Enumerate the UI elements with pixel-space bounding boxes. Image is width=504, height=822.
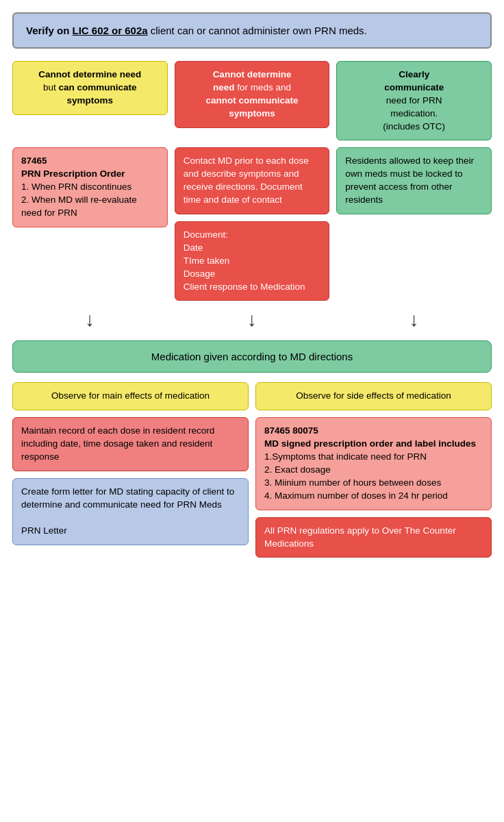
otc-box: All PRN regulations apply to Over The Co…	[255, 517, 492, 558]
flow-container: Verify on LIC 602 or 602a client can or …	[7, 7, 497, 563]
arrow-col1: ↓	[12, 308, 168, 332]
observe-main-box: Observe for main effects of medication	[12, 382, 249, 410]
observe-side-text: Observe for side effects of medication	[296, 390, 451, 401]
body-row: 87465PRN Prescription Order1. When PRN d…	[12, 147, 492, 301]
otc-text: All PRN regulations apply to Over The Co…	[264, 525, 456, 549]
arrow-down-1: ↓	[85, 310, 94, 329]
observe-side-box: Observe for side effects of medication	[255, 382, 492, 410]
arrow-col3: ↓	[336, 308, 492, 332]
bottom-right-col: Observe for side effects of medication 8…	[255, 382, 492, 558]
col2-body2: Document:DateTIme takenDosageClient resp…	[175, 221, 330, 301]
top-box: Verify on LIC 602 or 602a client can or …	[12, 12, 492, 49]
arrow-down-3: ↓	[410, 310, 419, 329]
col2-body1: Contact MD prior to each dose and descri…	[175, 147, 330, 214]
col3-body: Residents allowed to keep their own meds…	[336, 147, 492, 214]
create-form-text: Create form letter for MD stating capaci…	[21, 486, 234, 536]
col1-body: 87465PRN Prescription Order1. When PRN d…	[12, 147, 168, 227]
med-given-text: Medication given according to MD directi…	[151, 351, 353, 362]
col2-header: Cannot determineneed for meds andcannot …	[175, 61, 330, 128]
maintain-text: Maintain record of each dose in resident…	[21, 425, 214, 462]
arrow-col2: ↓	[175, 308, 330, 332]
col1-header: Cannot determine needbut can communicate…	[12, 61, 168, 115]
col3-header: Clearlycommunicateneed for PRNmedication…	[336, 61, 492, 140]
arrows-row: ↓ ↓ ↓	[12, 308, 492, 332]
med-given-box: Medication given according to MD directi…	[12, 340, 492, 373]
bottom-section: Observe for main effects of medication M…	[12, 382, 492, 558]
header-row: Cannot determine needbut can communicate…	[12, 61, 492, 140]
create-form-box: Create form letter for MD stating capaci…	[12, 478, 249, 545]
prescription-box: 87465 80075MD signed prescription order …	[255, 417, 492, 510]
arrow-down-2: ↓	[247, 310, 257, 329]
top-text: Verify on LIC 602 or 602a client can or …	[26, 25, 367, 36]
bottom-left-col: Observe for main effects of medication M…	[12, 382, 249, 545]
maintain-box: Maintain record of each dose in resident…	[12, 417, 249, 471]
observe-main-text: Observe for main effects of medication	[51, 390, 210, 401]
